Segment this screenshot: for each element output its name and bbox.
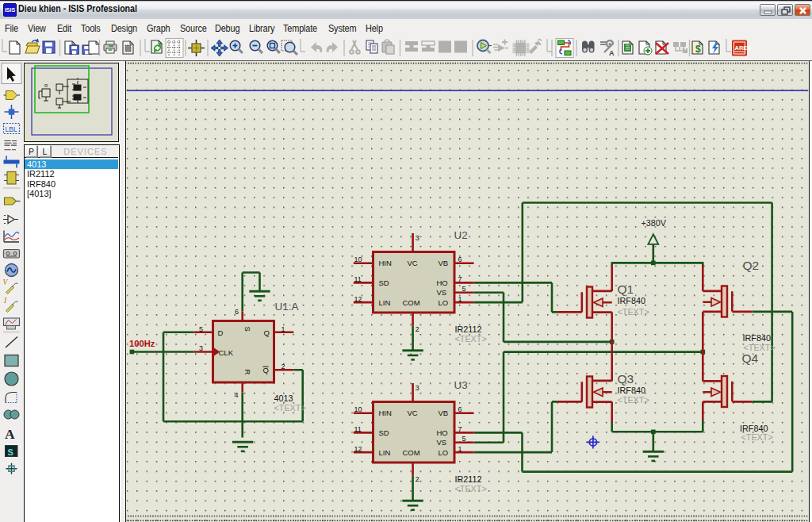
svg-text:LIN: LIN <box>379 448 391 457</box>
svg-text:6: 6 <box>458 255 462 263</box>
svg-text:1: 1 <box>458 295 462 303</box>
svg-text:7: 7 <box>458 425 462 433</box>
svg-text:3: 3 <box>416 234 419 242</box>
svg-text:12: 12 <box>354 295 362 303</box>
svg-text:R: R <box>243 370 252 375</box>
svg-text:IRF840: IRF840 <box>743 333 771 343</box>
svg-text:S: S <box>243 327 252 332</box>
svg-text:HO: HO <box>437 428 448 437</box>
svg-text:LO: LO <box>439 298 449 307</box>
svg-text:<TEXT>: <TEXT> <box>618 307 649 317</box>
svg-text:1: 1 <box>282 325 285 333</box>
svg-text:1: 1 <box>458 445 462 453</box>
svg-text:3: 3 <box>199 344 203 352</box>
svg-text:VB: VB <box>439 259 449 267</box>
svg-text:4: 4 <box>235 391 239 399</box>
svg-text:Q4: Q4 <box>742 351 759 365</box>
svg-text:6: 6 <box>235 308 239 316</box>
svg-text:COM: COM <box>403 448 420 457</box>
svg-text:VC: VC <box>408 409 418 417</box>
svg-text:5: 5 <box>462 435 466 443</box>
svg-text:4013: 4013 <box>274 393 293 403</box>
svg-text:10: 10 <box>354 255 362 263</box>
svg-text:HIN: HIN <box>379 409 393 417</box>
svg-text:<TEXT>: <TEXT> <box>455 484 487 493</box>
svg-text:11: 11 <box>354 425 362 433</box>
svg-text:+380V: +380V <box>642 218 667 228</box>
svg-text:HIN: HIN <box>379 259 393 267</box>
svg-text:Q: Q <box>263 366 269 374</box>
svg-text:Q1: Q1 <box>618 282 634 296</box>
svg-text:<TEXT>: <TEXT> <box>455 334 487 344</box>
svg-text:SD: SD <box>379 278 389 287</box>
svg-text:IRF840: IRF840 <box>740 424 768 433</box>
svg-text:U1:A: U1:A <box>275 301 299 313</box>
svg-text:CLK: CLK <box>219 348 234 357</box>
svg-text:6: 6 <box>458 405 462 413</box>
svg-text:2: 2 <box>282 363 285 370</box>
svg-text:<TEXT>: <TEXT> <box>744 343 776 352</box>
svg-text:<TEXT>: <TEXT> <box>618 395 649 405</box>
svg-text:SD: SD <box>379 428 389 437</box>
svg-text:<TEXT>: <TEXT> <box>741 432 773 442</box>
svg-text:D: D <box>218 328 224 337</box>
svg-text:10: 10 <box>354 405 362 413</box>
svg-text:3: 3 <box>416 384 419 392</box>
svg-text:2: 2 <box>416 325 419 333</box>
svg-text:5: 5 <box>462 285 466 293</box>
svg-text:VS: VS <box>437 438 447 447</box>
svg-text:11: 11 <box>354 275 362 283</box>
svg-text:IR2112: IR2112 <box>455 324 482 334</box>
svg-text:Q: Q <box>264 328 270 337</box>
svg-text:5: 5 <box>199 325 203 333</box>
svg-text:100Hz: 100Hz <box>129 339 155 348</box>
svg-text:<TEXT>: <TEXT> <box>274 403 306 413</box>
svg-text:COM: COM <box>403 298 420 307</box>
svg-text:VC: VC <box>408 259 418 267</box>
svg-text:R: R <box>44 83 48 88</box>
svg-text:2: 2 <box>416 475 419 483</box>
svg-text:LO: LO <box>439 448 449 457</box>
svg-text:Q3: Q3 <box>618 372 634 386</box>
svg-text:7: 7 <box>458 275 462 283</box>
svg-text:VS: VS <box>437 288 447 297</box>
svg-text:U3: U3 <box>454 379 468 391</box>
svg-text:Q2: Q2 <box>743 259 760 272</box>
svg-text:HO: HO <box>437 278 448 287</box>
svg-text:U2: U2 <box>454 229 468 241</box>
svg-text:12: 12 <box>354 445 362 453</box>
svg-text:IRF840: IRF840 <box>618 386 645 395</box>
svg-text:VB: VB <box>439 409 449 417</box>
svg-text:IR2112: IR2112 <box>455 474 482 484</box>
svg-text:LIN: LIN <box>379 298 391 307</box>
svg-text:IRF840: IRF840 <box>618 296 645 305</box>
